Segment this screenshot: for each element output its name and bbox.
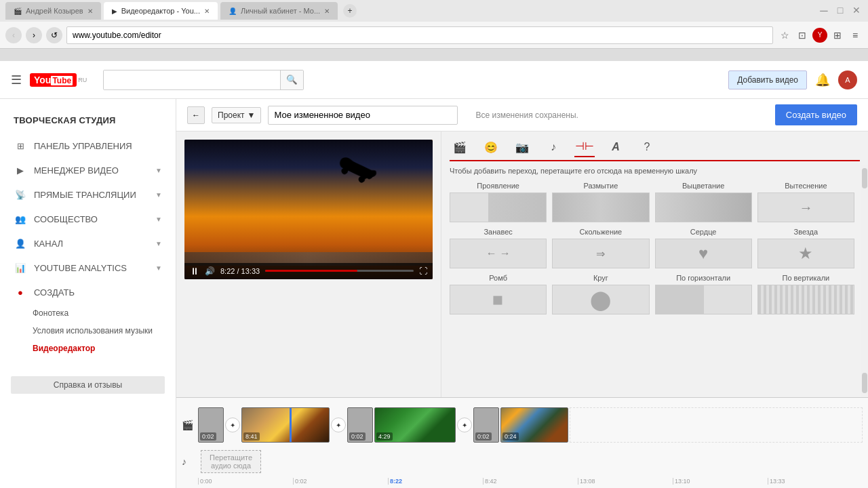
transition-preview[interactable]: ←→ [450,239,547,268]
transition-preview[interactable] [655,285,752,314]
transition-preview[interactable] [757,285,854,314]
sidebar-item-dashboard[interactable]: ⊞ ПАНЕЛЬ УПРАВЛЕНИЯ [0,134,176,158]
chevron-down-icon: ▼ [155,240,162,247]
extension-icon[interactable]: ⊞ [830,28,845,43]
project-label: Проект [218,110,245,120]
transition-star-marker-3[interactable]: ✦ [457,418,472,432]
notifications-icon[interactable]: 🔔 [815,73,830,87]
transition-preview[interactable]: ♥ [655,239,752,268]
back-button[interactable]: ← [187,106,205,124]
timeline-clip-green[interactable]: 4:29 [374,407,456,443]
sidebar-item-label: СОЗДАТЬ [34,287,162,298]
sidebar-item-streams[interactable]: 📡 ПРЯМЫЕ ТРАНСЛЯЦИИ ▼ [0,182,176,207]
browser-tab-3[interactable]: 👤 Личный кабинет - Мо... ✕ [220,2,338,20]
menu-icon[interactable]: ≡ [848,28,863,43]
transition-star-marker-2[interactable]: ✦ [331,418,346,432]
browser-tab-2[interactable]: ▶ Видеоредактор - You... ✕ [104,2,218,20]
transition-preview[interactable]: ★ [757,239,854,268]
forward-nav-button[interactable]: › [26,27,42,43]
scrollbar-thumb-bottom[interactable] [862,373,867,393]
browser-chrome: 🎬 Андрей Козырев ✕ ▶ Видеоредактор - You… [0,0,868,61]
sidebar-sub-videoeditor[interactable]: Видеоредактор [0,340,176,357]
transition-preview[interactable]: ⬤ [552,285,649,314]
create-video-button[interactable]: Создать видео [775,104,857,125]
transition-label: Скольжение [580,228,623,236]
search-button[interactable]: 🔍 [280,70,303,89]
transition-preview[interactable] [655,192,752,222]
pause-button[interactable]: ⏸ [190,266,199,277]
timeline-clip-blank3[interactable]: 0:02 [473,407,499,443]
timeline-clip-blank2[interactable]: 0:02 [347,407,373,443]
transition-label: Ромб [489,274,507,282]
video-tool-icon[interactable]: 🎬 [450,137,470,157]
bookmark-icon[interactable]: ⊡ [795,28,810,43]
sidebar-item-channel[interactable]: 👤 КАНАЛ ▼ [0,231,176,256]
audio-drop-zone[interactable]: Перетащите аудио сюда [201,450,261,473]
browser-tab-1[interactable]: 🎬 Андрей Козырев ✕ [5,2,101,20]
person-icon: 👤 [14,237,27,250]
sidebar-item-videos[interactable]: ▶ МЕНЕДЖЕР ВИДЕО ▼ [0,158,176,182]
avatar[interactable]: А [838,70,857,89]
photo-tool-icon[interactable]: 📷 [512,137,532,157]
back-nav-button[interactable]: ‹ [5,27,22,43]
transition-label: Проявление [477,182,519,190]
sidebar-item-label: СООБЩЕСТВО [34,214,149,224]
timeline-ruler: 0:00 0:02 8:22 8:42 13:08 13:10 13:33 [176,476,868,486]
help-tool-icon[interactable]: ? [637,137,657,157]
transition-preview[interactable] [450,192,547,222]
music-tool-icon[interactable]: ♪ [543,137,564,157]
progress-bar[interactable] [265,270,414,272]
star-icon[interactable]: ☆ [777,28,792,43]
timeline-clips: 0:02 ✦ 8:41 8:22 ✦ [198,407,863,443]
ruler-mark-2: 8:22 [388,478,483,485]
fullscreen-button[interactable]: ⛶ [419,266,427,276]
yt-extension-icon[interactable]: Y [812,28,827,43]
sidebar-feedback-button[interactable]: Справка и отзывы [11,376,165,394]
transition-star-marker[interactable]: ✦ [225,418,240,432]
people-icon: 👥 [14,212,27,226]
tab-close-2[interactable]: ✕ [204,7,210,15]
transition-preview[interactable]: ◆ [450,285,547,314]
ruler-mark-4: 13:08 [578,478,673,485]
search-input[interactable] [104,70,280,89]
film-icon: ▶ [14,163,27,177]
sidebar-sub-fonotheka[interactable]: Фонотека [0,304,176,322]
volume-icon[interactable]: 🔊 [205,266,215,276]
refresh-button[interactable]: ↺ [46,27,62,43]
sidebar-item-label: YOUTUBE ANALYTICS [34,263,149,273]
project-dropdown[interactable]: Проект ▼ [212,107,261,123]
address-bar[interactable] [66,26,773,44]
tab-close-3[interactable]: ✕ [324,7,330,15]
new-tab-button[interactable]: + [343,4,357,18]
clip-duration: 4:29 [376,432,393,441]
text-tool-icon[interactable]: A [606,137,626,157]
clip-duration: 0:24 [502,432,519,441]
transition-preview[interactable]: → [757,192,854,222]
sidebar-sub-terms[interactable]: Условия использования музыки [0,322,176,340]
sidebar-item-community[interactable]: 👥 СООБЩЕСТВО ▼ [0,207,176,231]
maximize-button[interactable]: □ [834,5,846,17]
ruler-mark-0: 0:00 [198,478,293,485]
close-button[interactable]: ✕ [850,5,863,17]
transition-blur: Размытие [552,182,649,222]
video-preview-panel: 🛹 ⏸ 🔊 8:22 / 13:33 ⛶ [176,131,441,397]
timeline-clip-art[interactable]: 0:24 [500,407,568,443]
timeline-clip-skater[interactable]: 8:41 8:22 [241,407,330,443]
transition-label: По горизонтали [676,274,730,282]
timeline-clip[interactable]: 0:02 [198,407,224,443]
hamburger-menu[interactable]: ☰ [11,73,22,87]
sidebar: ТВОРЧЕСКАЯ СТУДИЯ ⊞ ПАНЕЛЬ УПРАВЛЕНИЯ ▶ … [0,99,176,488]
editor-toolbar: ← Проект ▼ Все изменения сохранены. Созд… [176,99,868,131]
tab-close-1[interactable]: ✕ [87,7,93,15]
transition-vertical: По вертикали [757,274,854,314]
transition-tool-icon[interactable]: ⊣⊢ [574,137,595,157]
sidebar-item-create[interactable]: ● СОЗДАТЬ [0,280,176,304]
minimize-button[interactable]: ─ [818,5,830,17]
project-title-input[interactable] [268,106,458,125]
scrollbar-thumb[interactable] [862,168,867,188]
transition-preview[interactable] [552,192,649,222]
sidebar-item-analytics[interactable]: 📊 YOUTUBE ANALYTICS ▼ [0,256,176,280]
emoji-tool-icon[interactable]: 😊 [481,137,501,157]
transition-preview[interactable]: ⇒ [552,239,649,268]
add-video-button[interactable]: Добавить видео [728,70,807,89]
